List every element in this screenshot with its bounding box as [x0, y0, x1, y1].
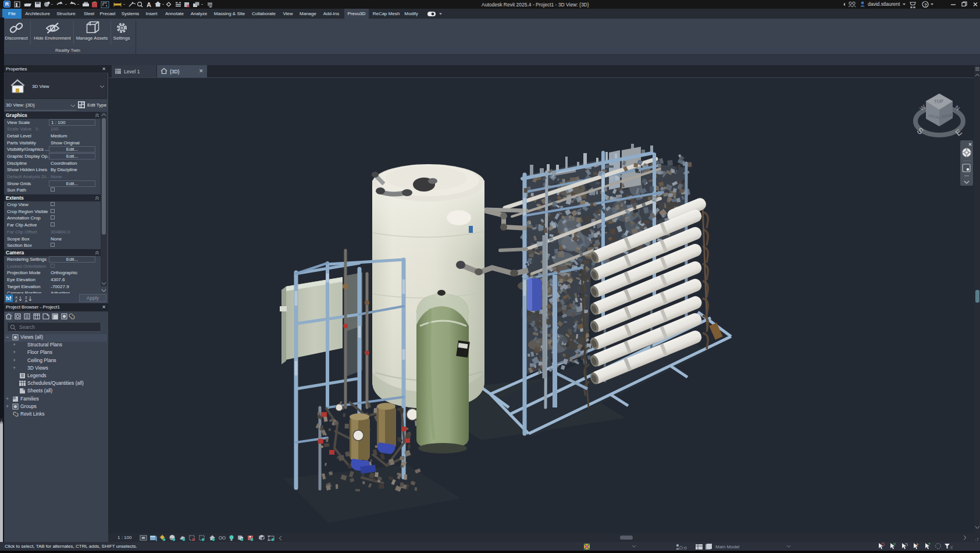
- svg-text::0: :0: [950, 545, 953, 550]
- svg-text:david.stlaurent: david.stlaurent: [868, 1, 900, 7]
- svg-text:?: ?: [924, 2, 927, 8]
- svg-text:A: A: [147, 1, 151, 8]
- svg-text::0: :0: [683, 545, 687, 550]
- svg-text:TOP: TOP: [934, 98, 944, 104]
- svg-text:Z: Z: [15, 299, 17, 302]
- svg-text:A: A: [25, 299, 27, 302]
